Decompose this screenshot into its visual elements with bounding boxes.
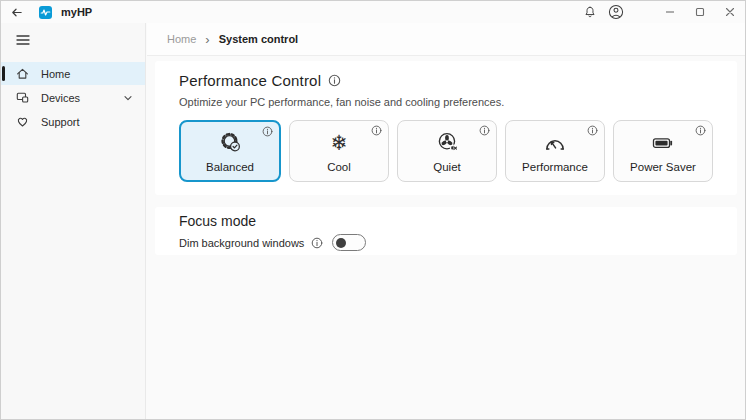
- maximize-icon: [695, 7, 705, 17]
- back-arrow-icon: [10, 6, 23, 19]
- gauge-icon: [542, 130, 568, 156]
- titlebar: myHP: [1, 1, 745, 23]
- support-icon: [15, 114, 30, 129]
- mode-card-balanced[interactable]: Balanced: [179, 120, 281, 182]
- fan-mute-icon: [435, 130, 460, 156]
- app-title: myHP: [61, 6, 92, 18]
- dim-background-toggle[interactable]: [332, 234, 366, 251]
- info-icon[interactable]: [479, 125, 490, 136]
- sidebar-item-label: Support: [41, 116, 80, 128]
- dim-background-label: Dim background windows: [179, 237, 304, 249]
- content-area: Home › System control Performance Contro…: [147, 23, 745, 419]
- account-button[interactable]: [603, 1, 629, 23]
- battery-icon: [650, 130, 676, 156]
- breadcrumb-home-link[interactable]: Home: [167, 33, 196, 45]
- performance-control-section: Performance Control Optimize your PC per…: [155, 61, 737, 195]
- breadcrumb-separator-icon: ›: [205, 33, 209, 46]
- info-icon[interactable]: [262, 126, 273, 137]
- performance-control-title: Performance Control: [179, 72, 321, 89]
- breadcrumb-current: System control: [219, 33, 298, 45]
- mode-label: Quiet: [433, 161, 461, 173]
- mode-card-quiet[interactable]: Quiet: [397, 120, 497, 182]
- info-icon[interactable]: [587, 125, 598, 136]
- close-button[interactable]: [715, 1, 745, 23]
- myhp-window: myHP: [0, 0, 746, 420]
- bell-icon: [583, 5, 597, 19]
- minimize-button[interactable]: [655, 1, 685, 23]
- sidebar-item-home[interactable]: Home: [1, 62, 145, 85]
- toggle-knob: [336, 238, 346, 248]
- sidebar-item-support[interactable]: Support: [1, 110, 145, 133]
- person-icon: [608, 4, 624, 20]
- gear-check-icon: [218, 130, 243, 156]
- mode-card-cool[interactable]: ❄ Cool: [289, 120, 389, 182]
- mode-card-performance[interactable]: Performance: [505, 120, 605, 182]
- sidebar-item-devices[interactable]: Devices: [1, 86, 145, 109]
- hamburger-icon: [16, 34, 30, 46]
- focus-mode-section: Focus mode Dim background windows: [155, 207, 737, 255]
- close-icon: [725, 7, 735, 17]
- focus-mode-title: Focus mode: [179, 213, 713, 229]
- snowflake-icon: ❄: [330, 130, 348, 156]
- info-icon[interactable]: [371, 125, 382, 136]
- notifications-button[interactable]: [577, 1, 603, 23]
- mode-card-power-saver[interactable]: Power Saver: [613, 120, 713, 182]
- maximize-button[interactable]: [685, 1, 715, 23]
- sidebar-item-label: Home: [41, 68, 70, 80]
- back-button[interactable]: [1, 1, 31, 23]
- chevron-down-icon: [123, 93, 133, 103]
- breadcrumb: Home › System control: [147, 23, 745, 56]
- info-icon[interactable]: [695, 125, 706, 136]
- home-icon: [15, 66, 30, 81]
- info-icon[interactable]: [311, 237, 323, 249]
- mode-label: Performance: [522, 161, 588, 173]
- performance-control-description: Optimize your PC performance, fan noise …: [179, 96, 713, 108]
- sidebar: Home Devices Support: [1, 23, 146, 419]
- devices-icon: [15, 90, 30, 105]
- minimize-icon: [665, 7, 675, 17]
- info-icon[interactable]: [328, 74, 341, 87]
- window-controls: [655, 1, 745, 23]
- sidebar-item-label: Devices: [41, 92, 80, 104]
- myhp-logo-icon: [39, 6, 52, 19]
- mode-label: Balanced: [206, 161, 254, 173]
- mode-label: Cool: [327, 161, 351, 173]
- performance-mode-cards: Balanced ❄ Cool: [179, 120, 713, 182]
- menu-button[interactable]: [7, 28, 39, 52]
- mode-label: Power Saver: [630, 161, 696, 173]
